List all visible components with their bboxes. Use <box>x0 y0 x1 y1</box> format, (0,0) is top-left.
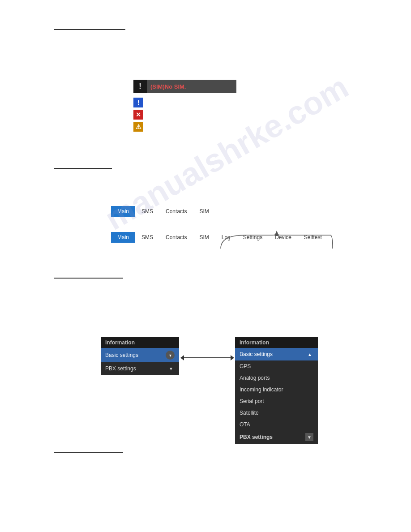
scroll-button[interactable]: ▾ <box>166 351 175 360</box>
dropdown-right-gps-label: GPS <box>240 363 251 369</box>
section-line-1 <box>54 29 125 30</box>
alert-message: (SIM)No SIM. <box>147 83 186 90</box>
nav-tab-main-1[interactable]: Main <box>111 206 135 217</box>
nav-tab-sim-1[interactable]: SIM <box>193 206 215 217</box>
alert-exclamation-icon: ! <box>133 80 147 93</box>
red-icon-badge: ✕ <box>133 110 143 120</box>
dropdown-right-ota[interactable]: OTA <box>235 419 318 430</box>
dropdown-right-incoming-indicator[interactable]: Incoming indicator <box>235 384 318 395</box>
dropdown-left-basic-settings-label: Basic settings <box>105 352 138 358</box>
arrow-head-right <box>231 355 234 360</box>
nav-tab-sms-1[interactable]: SMS <box>135 206 159 217</box>
basic-settings-arrow-up: ▲ <box>306 351 313 358</box>
arrow-line <box>184 357 231 358</box>
dropdown-right-ota-label: OTA <box>240 421 250 428</box>
dropdown-right-gps[interactable]: GPS <box>235 360 318 372</box>
dropdown-right-serial-port[interactable]: Serial port <box>235 395 318 407</box>
dropdown-right-satellite-label: Satellite <box>240 410 259 416</box>
alert-bar: ! (SIM)No SIM. <box>133 80 236 93</box>
section-line-3 <box>54 278 123 279</box>
arrow-head-left <box>180 355 184 360</box>
nav-tab-sim-2[interactable]: SIM <box>193 232 215 243</box>
dropdown-right-pbx-settings[interactable]: PBX settings ▼ <box>235 430 318 444</box>
dropdown-right-incoming-indicator-label: Incoming indicator <box>240 386 283 393</box>
dropdown-left: Information Basic settings ▾ PBX setting… <box>101 337 179 375</box>
yellow-icon-badge: ⚠ <box>133 122 143 132</box>
dropdown-right: Information Basic settings ▲ GPS Analog … <box>235 337 318 444</box>
dropdown-right-satellite[interactable]: Satellite <box>235 407 318 419</box>
pbx-settings-arrow-right: ▼ <box>305 433 313 441</box>
dropdown-right-pbx-settings-label: PBX settings <box>240 434 273 440</box>
dropdown-left-basic-settings[interactable]: Basic settings ▾ <box>101 348 179 362</box>
svg-marker-0 <box>274 231 279 236</box>
dropdown-right-basic-settings[interactable]: Basic settings ▲ <box>235 348 318 360</box>
nav-tab-contacts-2[interactable]: Contacts <box>159 232 193 243</box>
blue-icon-badge: ! <box>133 98 143 107</box>
nav-bar-1: Main SMS Contacts SIM <box>111 206 215 217</box>
dropdown-left-header: Information <box>101 337 179 348</box>
arrow-connector <box>180 353 234 362</box>
dropdown-right-header: Information <box>235 337 318 348</box>
dropdown-right-analog-ports-label: Analog ports <box>240 375 270 381</box>
dropdown-right-analog-ports[interactable]: Analog ports <box>235 372 318 384</box>
section-line-4 <box>54 452 123 453</box>
dropdown-right-serial-port-label: Serial port <box>240 398 264 404</box>
dropdown-left-pbx-settings[interactable]: PBX settings ▼ <box>101 362 179 375</box>
nav-tab-contacts-1[interactable]: Contacts <box>159 206 193 217</box>
dropdown-right-basic-settings-label: Basic settings <box>240 351 273 357</box>
nav-tab-main-2[interactable]: Main <box>111 232 135 243</box>
nav-tab-sms-2[interactable]: SMS <box>135 232 159 243</box>
brace-annotation <box>218 231 335 253</box>
section-line-2 <box>54 168 112 169</box>
pbx-settings-arrow: ▼ <box>167 365 175 372</box>
dropdown-left-pbx-settings-label: PBX settings <box>105 365 136 372</box>
